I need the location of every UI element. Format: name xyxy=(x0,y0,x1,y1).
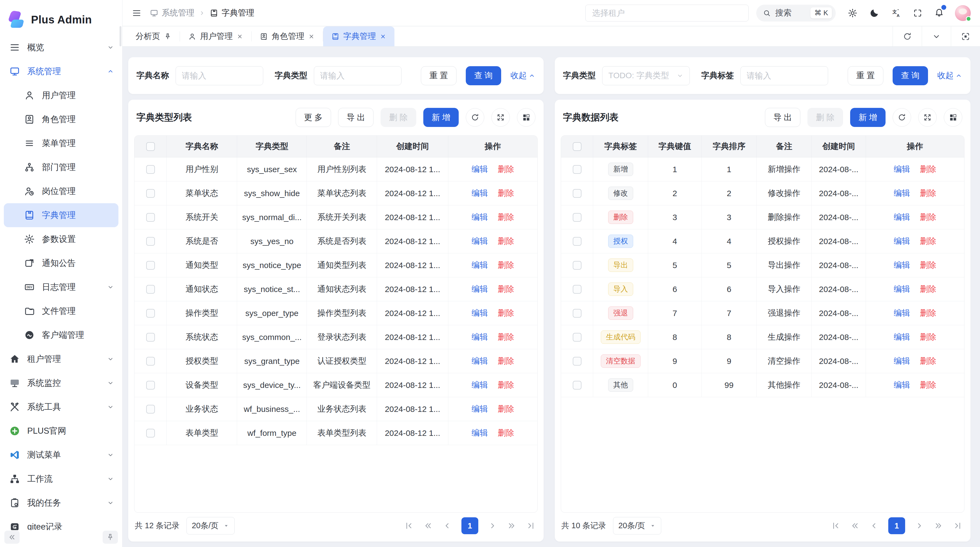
tab-refresh-button[interactable] xyxy=(892,26,922,46)
reset-button[interactable]: 重 置 xyxy=(421,66,456,85)
sidebar-item-my-tasks[interactable]: 我的任务 xyxy=(0,491,122,515)
select-all-checkbox[interactable] xyxy=(146,142,155,151)
row-checkbox[interactable] xyxy=(573,165,581,174)
row-checkbox[interactable] xyxy=(573,261,581,270)
delete-link[interactable]: 删除 xyxy=(920,164,936,175)
notifications-button[interactable] xyxy=(934,7,944,19)
sidebar-item-tenant-management[interactable]: 租户管理 xyxy=(0,347,122,371)
delete-link[interactable]: 删除 xyxy=(920,260,936,271)
avatar[interactable] xyxy=(955,5,971,21)
sidebar-item-log-management[interactable]: DEV日志管理 xyxy=(0,275,122,299)
row-checkbox[interactable] xyxy=(573,309,581,317)
row-checkbox[interactable] xyxy=(573,381,581,389)
query-button[interactable]: 查 询 xyxy=(892,66,928,85)
row-checkbox[interactable] xyxy=(573,357,581,365)
moon-icon[interactable] xyxy=(869,8,879,18)
tab-analysis[interactable]: 分析页 xyxy=(127,26,180,46)
delete-link[interactable]: 删除 xyxy=(920,284,936,295)
row-checkbox[interactable] xyxy=(146,261,155,270)
row-checkbox[interactable] xyxy=(146,357,155,365)
dict-type-expand-icon[interactable] xyxy=(492,108,510,127)
dict-type-add-button[interactable]: 新 增 xyxy=(423,108,459,127)
delete-link[interactable]: 删除 xyxy=(498,380,514,391)
row-checkbox[interactable] xyxy=(573,285,581,293)
delete-link[interactable]: 删除 xyxy=(498,212,514,223)
delete-link[interactable]: 删除 xyxy=(498,188,514,199)
select-all-checkbox[interactable] xyxy=(573,142,581,151)
tab-menu-button[interactable] xyxy=(922,26,951,46)
edit-link[interactable]: 编辑 xyxy=(471,188,488,199)
sidebar-item-dict-management[interactable]: 字典管理 xyxy=(4,203,118,227)
row-checkbox[interactable] xyxy=(146,429,155,437)
pg-prev-icon[interactable] xyxy=(869,521,878,530)
edit-link[interactable]: 编辑 xyxy=(471,403,488,415)
dict-tag-input[interactable] xyxy=(747,71,822,80)
dict-type-action-button[interactable]: 导 出 xyxy=(338,108,374,127)
delete-link[interactable]: 删除 xyxy=(920,356,936,367)
translate-icon[interactable]: 文A xyxy=(891,8,901,18)
delete-link[interactable]: 删除 xyxy=(920,332,936,343)
edit-link[interactable]: 编辑 xyxy=(471,164,488,175)
edit-link[interactable]: 编辑 xyxy=(894,380,910,391)
sidebar-item-dept-management[interactable]: 部门管理 xyxy=(0,155,122,179)
dict-type-select[interactable]: TODO: 字典类型 xyxy=(602,66,690,85)
sidebar-item-system-management[interactable]: 系统管理 xyxy=(0,59,122,83)
delete-link[interactable]: 删除 xyxy=(498,332,514,343)
delete-link[interactable]: 删除 xyxy=(498,284,514,295)
row-checkbox[interactable] xyxy=(573,333,581,341)
dict-type-action-button[interactable]: 更 多 xyxy=(296,108,331,127)
breadcrumb-item-system[interactable]: 系统管理 xyxy=(150,7,194,19)
sidebar-item-gitee-log[interactable]: gitee记录 xyxy=(0,515,122,530)
row-checkbox[interactable] xyxy=(146,213,155,222)
tab-role-management[interactable]: 角色管理 xyxy=(251,26,323,46)
tab-dict-management[interactable]: 字典管理 xyxy=(323,26,395,46)
edit-link[interactable]: 编辑 xyxy=(894,188,910,199)
tab-user-management[interactable]: 用户管理 xyxy=(180,26,251,46)
dict-data-refresh-icon[interactable] xyxy=(892,108,911,127)
pg-prev2-icon[interactable] xyxy=(850,521,859,530)
sidebar-item-param-settings[interactable]: 参数设置 xyxy=(0,227,122,251)
collapse-filter-link[interactable]: 收起 xyxy=(511,70,535,81)
pg-next2-icon[interactable] xyxy=(507,521,516,530)
pg-next-icon[interactable] xyxy=(488,521,497,530)
edit-link[interactable]: 编辑 xyxy=(471,356,488,367)
query-button[interactable]: 查 询 xyxy=(466,66,501,85)
sidebar-scrollbar[interactable] xyxy=(119,26,121,46)
collapse-filter-link[interactable]: 收起 xyxy=(937,70,962,81)
edit-link[interactable]: 编辑 xyxy=(471,308,488,319)
edit-link[interactable]: 编辑 xyxy=(471,427,488,439)
edit-link[interactable]: 编辑 xyxy=(894,260,910,271)
reset-button[interactable]: 重 置 xyxy=(848,66,883,85)
sidebar-item-user-management[interactable]: 用户管理 xyxy=(0,83,122,107)
pg-prev-icon[interactable] xyxy=(442,521,452,530)
sidebar-collapse-button[interactable] xyxy=(4,531,20,544)
edit-link[interactable]: 编辑 xyxy=(894,332,910,343)
sidebar-pin-button[interactable] xyxy=(103,531,118,544)
sidebar-item-workflow[interactable]: 工作流 xyxy=(0,467,122,491)
row-checkbox[interactable] xyxy=(146,309,155,317)
sidebar-item-system-monitor[interactable]: 系统监控 xyxy=(0,371,122,395)
row-checkbox[interactable] xyxy=(573,237,581,246)
dict-type-refresh-icon[interactable] xyxy=(466,108,484,127)
row-checkbox[interactable] xyxy=(146,381,155,389)
dict-data-add-button[interactable]: 新 增 xyxy=(850,108,886,127)
delete-link[interactable]: 删除 xyxy=(498,427,514,439)
row-checkbox[interactable] xyxy=(573,213,581,222)
edit-link[interactable]: 编辑 xyxy=(894,164,910,175)
hamburger-menu-icon[interactable] xyxy=(132,8,142,18)
sidebar-item-file-management[interactable]: 文件管理 xyxy=(0,299,122,323)
close-icon[interactable] xyxy=(380,33,386,40)
edit-link[interactable]: 编辑 xyxy=(471,236,488,247)
pg-next2-icon[interactable] xyxy=(934,521,943,530)
page-size-select[interactable]: 20条/页 xyxy=(186,517,234,534)
pg-last-icon[interactable] xyxy=(526,521,535,530)
row-checkbox[interactable] xyxy=(146,189,155,198)
row-checkbox[interactable] xyxy=(146,405,155,413)
row-checkbox[interactable] xyxy=(146,333,155,341)
breadcrumb-item-dict[interactable]: 字典管理 xyxy=(210,7,254,19)
delete-link[interactable]: 删除 xyxy=(498,403,514,415)
pg-last-icon[interactable] xyxy=(953,521,962,530)
dict-name-input[interactable] xyxy=(182,71,257,80)
edit-link[interactable]: 编辑 xyxy=(894,236,910,247)
page-size-select[interactable]: 20条/页 xyxy=(613,517,661,534)
